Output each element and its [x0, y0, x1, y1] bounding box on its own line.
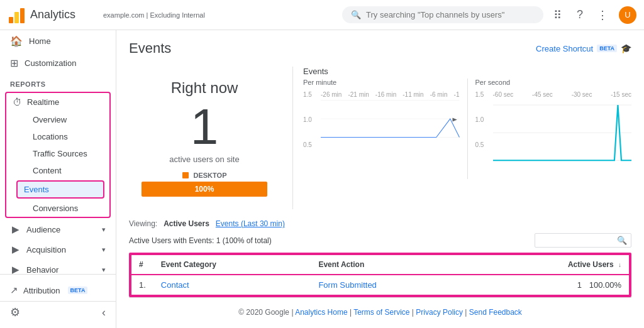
search-bar[interactable]: 🔍: [342, 6, 543, 23]
per-minute-chart: Per minute 1.5 1.0 0.5: [303, 79, 468, 179]
viewing-label: Viewing:: [129, 219, 157, 228]
row-percent: 100.00%: [589, 280, 621, 290]
sidebar: 🏠 Home ⊞ Customization REPORTS ⏱ Realtim…: [0, 30, 116, 328]
desktop-progress-bar: 100%: [142, 182, 267, 197]
active-users-sublabel: active users on site: [169, 155, 239, 164]
th-num: #: [131, 254, 153, 275]
clock-icon: ⏱: [13, 97, 22, 107]
viewing-row: Viewing: Active Users Events (Last 30 mi…: [129, 219, 631, 228]
realtime-box: ⏱ Realtime Overview Locations Traffic So…: [5, 92, 111, 218]
footer-link-analytics-home[interactable]: Analytics Home: [295, 308, 347, 317]
beta-badge: BETA: [597, 45, 617, 52]
main-content: Events Create Shortcut BETA 🎓 Right now …: [116, 30, 644, 328]
th-event-category: Event Category: [153, 254, 311, 275]
chart-title: Events: [303, 67, 631, 76]
progress-bar-wrapper: 100%: [142, 182, 267, 197]
per-minute-svg: [321, 91, 460, 146]
sidebar-subitem-locations[interactable]: Locations: [6, 128, 109, 145]
page-title: Events: [129, 40, 171, 57]
search-icon: 🔍: [351, 10, 361, 19]
realtime-header[interactable]: ⏱ Realtime: [6, 93, 109, 111]
device-row: DESKTOP: [182, 172, 227, 179]
progress-label: 100%: [195, 185, 214, 194]
right-now-panel: Right now 1 active users on site DESKTOP…: [129, 67, 280, 209]
acquisition-chevron-icon: ▾: [102, 246, 106, 254]
sidebar-item-customization[interactable]: ⊞ Customization: [0, 52, 116, 74]
shortcut-icon: 🎓: [621, 43, 631, 53]
sidebar-bottom: ↗ Attribution BETA ⚙ ‹: [0, 274, 116, 328]
help-icon[interactable]: ?: [574, 9, 586, 21]
header-icons: ⠿ ? ⋮ U: [551, 6, 636, 24]
sidebar-subitem-overview[interactable]: Overview: [6, 111, 109, 128]
create-shortcut-label: Create Shortcut: [536, 44, 593, 53]
collapse-sidebar-icon[interactable]: ‹: [102, 306, 106, 319]
device-label: DESKTOP: [194, 172, 227, 179]
page-title-row: Events Create Shortcut BETA 🎓: [129, 40, 631, 57]
footer-link-feedback[interactable]: Send Feedback: [469, 308, 522, 317]
sidebar-item-attribution[interactable]: ↗ Attribution BETA: [0, 280, 116, 301]
sidebar-subitem-content[interactable]: Content: [6, 162, 109, 179]
audience-expand-icon: ▶: [10, 224, 21, 235]
behavior-label: Behavior: [26, 265, 58, 275]
settings-icon[interactable]: ⚙: [10, 305, 20, 319]
sidebar-item-behavior[interactable]: ▶ Behavior ▾: [0, 260, 116, 274]
row-event-action[interactable]: Form Submitted: [311, 275, 474, 295]
more-icon[interactable]: ⋮: [596, 9, 609, 21]
stats-text: Active Users with Events: 1 (100% of tot…: [129, 236, 272, 245]
account-avatar[interactable]: U: [619, 6, 636, 24]
behavior-expand-icon: ▶: [10, 264, 21, 274]
footer-link-terms[interactable]: Terms of Service: [353, 308, 409, 317]
attribution-icon: ↗: [10, 285, 18, 296]
desktop-dot: [182, 172, 189, 178]
events-table: # Event Category Event Action Active Use…: [130, 254, 630, 296]
sort-icon: ↓: [618, 261, 621, 268]
table-header: # Event Category Event Action Active Use…: [131, 254, 630, 275]
app-title: Analytics: [30, 8, 75, 21]
table-search-box[interactable]: 🔍: [535, 233, 631, 248]
footer-link-privacy[interactable]: Privacy Policy: [416, 308, 463, 317]
search-input[interactable]: [366, 10, 535, 19]
right-now-count: 1: [191, 102, 219, 152]
viewing-tab-events[interactable]: Events (Last 30 min): [216, 219, 285, 228]
svg-rect-0: [9, 17, 13, 23]
th-event-action: Event Action: [311, 254, 474, 275]
table-search-input[interactable]: [539, 236, 614, 245]
top-section: Right now 1 active users on site DESKTOP…: [129, 67, 631, 209]
create-shortcut-button[interactable]: Create Shortcut BETA 🎓: [536, 43, 631, 53]
stats-bar: Active Users with Events: 1 (100% of tot…: [129, 233, 631, 248]
table-search-icon: 🔍: [617, 236, 627, 245]
charts-panel: Events Per minute 1.5 1.0 0.5: [292, 67, 631, 209]
th-active-users: Active Users ↓: [475, 254, 630, 275]
home-icon: 🏠: [10, 35, 23, 47]
footer-copyright: © 2020 Google: [238, 308, 289, 317]
sidebar-subitem-conversions[interactable]: Conversions: [6, 200, 109, 217]
right-now-label: Right now: [171, 79, 238, 97]
sidebar-item-audience[interactable]: ▶ Audience ▾: [0, 219, 116, 239]
viewing-tab-active-users[interactable]: Active Users: [164, 219, 209, 228]
apps-icon[interactable]: ⠿: [551, 9, 564, 21]
top-header: Analytics example.com | Excluding Intern…: [0, 0, 644, 30]
audience-label: Audience: [26, 225, 60, 234]
events-box: Events: [16, 180, 104, 199]
sidebar-top: 🏠 Home ⊞ Customization REPORTS ⏱ Realtim…: [0, 30, 116, 274]
table-row: 1. Contact Form Submitted 1 100.00%: [131, 275, 630, 295]
sidebar-subitem-events[interactable]: Events: [18, 182, 103, 197]
per-second-y-labels: 1.5 1.0 0.5: [475, 91, 491, 167]
account-info: example.com | Excluding Internal: [103, 11, 335, 19]
sidebar-home-label: Home: [29, 36, 51, 46]
attribution-beta-badge: BETA: [68, 287, 88, 294]
sidebar-item-home[interactable]: 🏠 Home: [0, 30, 116, 52]
layout: 🏠 Home ⊞ Customization REPORTS ⏱ Realtim…: [0, 0, 644, 328]
behavior-chevron-icon: ▾: [102, 266, 106, 274]
table-header-row: # Event Category Event Action Active Use…: [131, 254, 630, 275]
row-event-category[interactable]: Contact: [153, 275, 311, 295]
table-body: 1. Contact Form Submitted 1 100.00%: [131, 275, 630, 295]
reports-section-label: REPORTS: [0, 74, 116, 90]
svg-marker-6: [452, 118, 457, 122]
sidebar-item-acquisition[interactable]: ▶ Acquisition ▾: [0, 239, 116, 260]
per-second-svg: [493, 91, 632, 174]
data-table-wrapper: # Event Category Event Action Active Use…: [129, 253, 631, 297]
sidebar-subitem-traffic-sources[interactable]: Traffic Sources: [6, 145, 109, 162]
per-second-chart: Per second 1.5 1.0 0.5: [468, 79, 632, 179]
sidebar-customization-label: Customization: [25, 58, 76, 68]
